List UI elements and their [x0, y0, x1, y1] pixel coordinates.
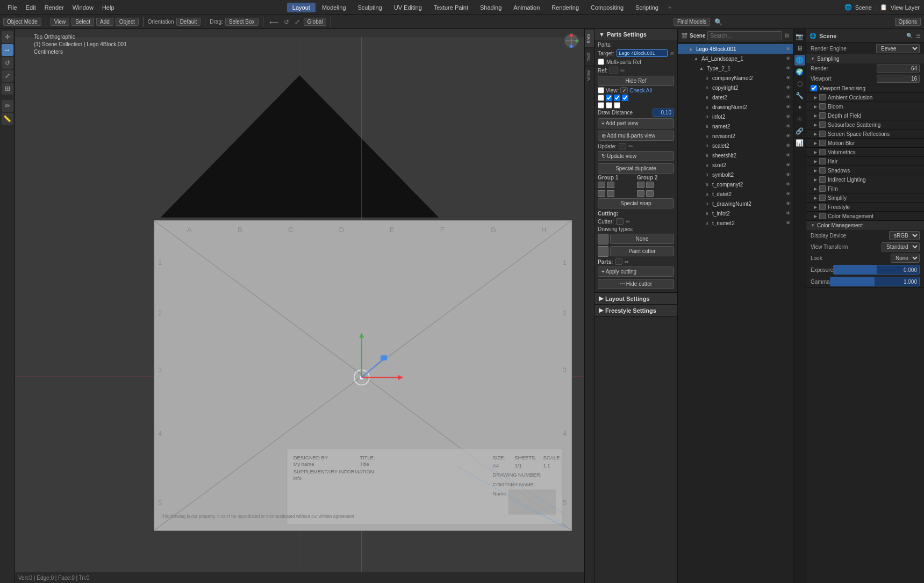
add-part-view-button[interactable]: + Add part view [598, 118, 674, 128]
orientation-select[interactable]: Default [176, 18, 201, 26]
tree-item-8[interactable]: a namet2 👁 [678, 121, 793, 131]
tree-item-17[interactable]: a t_infot2 👁 [678, 208, 793, 218]
tab-scripting[interactable]: Scripting [630, 3, 664, 12]
tree-item-1[interactable]: ▲ A4_Landscape_1 👁 [678, 54, 793, 63]
tab-layout[interactable]: Layout [287, 3, 316, 12]
tree-item-eye-14[interactable]: 👁 [786, 182, 791, 187]
section-item-8[interactable]: ▶ Shadows [806, 166, 924, 175]
g1-cb4[interactable] [607, 190, 614, 197]
update-color[interactable] [619, 143, 626, 149]
tree-item-eye-4[interactable]: 👁 [786, 85, 791, 90]
g1-cb3[interactable] [598, 190, 605, 197]
section-item-4[interactable]: ▶ Screen Space Reflections [806, 129, 924, 138]
tree-item-12[interactable]: a sizet2 👁 [678, 160, 793, 170]
window-menu[interactable]: Window [69, 3, 97, 12]
viewport-denoising-checkbox[interactable] [811, 85, 817, 91]
tree-item-eye-3[interactable]: 👁 [786, 75, 791, 81]
render-scene-icon[interactable]: 🌐 [794, 55, 805, 66]
tree-item-3[interactable]: a companyNamet2 👁 [678, 73, 793, 83]
tree-item-eye-16[interactable]: 👁 [786, 201, 791, 206]
section-item-9[interactable]: ▶ Indirect Lighting [806, 175, 924, 184]
section-check-4[interactable] [819, 131, 826, 137]
g2-cb3[interactable] [637, 190, 644, 197]
search-icon[interactable]: 🔍 [714, 18, 722, 26]
tab-modeling[interactable]: Modeling [317, 3, 352, 12]
check-all-label[interactable]: Check All [629, 88, 652, 93]
nav-orbit[interactable] [564, 33, 579, 48]
drawing-type-icon-1[interactable] [598, 234, 608, 244]
render-world-icon[interactable]: 🌍 [794, 67, 805, 77]
parts-color[interactable] [615, 258, 622, 265]
multi-parts-checkbox[interactable] [598, 59, 604, 65]
rotate-tool[interactable]: ↺ [2, 57, 13, 69]
tree-item-0[interactable]: ▲ Lego 4Block.001 👁 [678, 44, 793, 54]
tree-item-14[interactable]: a t_companyt2 👁 [678, 179, 793, 189]
section-item-6[interactable]: ▶ Volumetrics [806, 148, 924, 156]
tab-compositing[interactable]: Compositing [585, 3, 629, 12]
cb1[interactable] [598, 95, 604, 101]
move-tool[interactable]: ↔ [2, 44, 13, 56]
cb3[interactable] [614, 95, 620, 101]
object-menu[interactable]: Object [116, 18, 139, 26]
color-mgmt-header[interactable]: ▼ Color Management [806, 221, 924, 230]
section-item-5[interactable]: ▶ Motion Blur [806, 139, 924, 147]
section-check-12[interactable] [819, 204, 826, 210]
cb2[interactable] [606, 95, 612, 101]
paint-cutter-icon[interactable] [598, 246, 608, 257]
render-physics-icon[interactable]: ⚛ [794, 114, 805, 125]
cb6[interactable] [606, 102, 612, 109]
gamma-bar[interactable]: 1.000 [830, 277, 920, 286]
g1-cb1[interactable] [598, 182, 605, 188]
paint-cutter-button[interactable]: Paint cutter [610, 246, 674, 256]
render-modifier-icon[interactable]: 🔧 [794, 90, 805, 101]
tab-rendering[interactable]: Rendering [546, 3, 584, 12]
options-button[interactable]: Options [895, 18, 921, 26]
special-snap-button[interactable]: Special snap [598, 198, 674, 208]
render-samples-value[interactable]: 64 [877, 64, 920, 73]
rotate-icon[interactable]: ↺ [282, 18, 291, 26]
g2-cb4[interactable] [646, 190, 654, 197]
tree-item-eye-15[interactable]: 👁 [786, 191, 791, 197]
measure-tool[interactable]: 📏 [2, 113, 13, 125]
tab-shading[interactable]: Shading [475, 3, 507, 12]
find-models-button[interactable]: Find Models [674, 18, 710, 26]
help-menu[interactable]: Help [99, 3, 118, 12]
transform-tool[interactable]: ⊞ [2, 83, 13, 95]
exposure-bar[interactable]: 0.000 [833, 265, 920, 275]
add-menu[interactable]: Add [96, 18, 113, 26]
move-icon[interactable]: ⟵ [268, 18, 280, 26]
hide-ref-button[interactable]: Hide Ref [598, 76, 674, 86]
apply-cutting-button[interactable]: + Apply cutting [598, 267, 674, 277]
ref-color[interactable] [610, 67, 618, 74]
scale-tool[interactable]: ⤢ [2, 70, 13, 82]
tree-item-2[interactable]: ▲ Type_2_1 👁 [678, 63, 793, 73]
section-check-11[interactable] [819, 195, 826, 201]
render-camera-icon[interactable]: 📷 [794, 31, 805, 42]
view-menu[interactable]: View [51, 18, 70, 26]
render-object-icon[interactable]: ⬡ [794, 78, 805, 89]
add-workspace-button[interactable]: + [665, 3, 675, 12]
viewport[interactable]: Top Orthographic (1) Scene Collection | … [15, 29, 584, 583]
section-check-2[interactable] [819, 112, 826, 119]
scene-name[interactable]: Scene [855, 4, 872, 11]
special-duplicate-button[interactable]: Special duplicate [598, 163, 674, 174]
tab-item[interactable]: Item [585, 29, 594, 48]
view-check-icon[interactable]: ✓ [620, 87, 628, 93]
section-item-11[interactable]: ▶ Simplify [806, 193, 924, 202]
render-engine-select[interactable]: Eevee Cycles Workbench [876, 44, 920, 53]
render-constraints-icon[interactable]: 🔗 [794, 126, 805, 136]
tab-sculpting[interactable]: Sculpting [353, 3, 388, 12]
tree-item-eye-11[interactable]: 👁 [786, 153, 791, 158]
draw-distance-value[interactable]: 0.10 [653, 109, 674, 117]
tree-item-eye-6[interactable]: 👁 [786, 104, 791, 110]
viewport-canvas[interactable]: A B C D E F G H 1 2 3 4 5 1 2 3 4 5 [15, 29, 584, 583]
tab-view[interactable]: View [585, 66, 594, 85]
look-select[interactable]: None [891, 254, 920, 263]
tree-item-eye-17[interactable]: 👁 [786, 211, 791, 216]
section-item-0[interactable]: ▶ Ambient Occlusion [806, 93, 924, 102]
cursor-tool[interactable]: ✛ [2, 31, 13, 43]
cb5[interactable] [598, 102, 604, 109]
cutter-edit-icon[interactable]: ✏ [626, 219, 630, 225]
tree-item-6[interactable]: a drawingNumt2 👁 [678, 102, 793, 112]
tree-item-eye-13[interactable]: 👁 [786, 172, 791, 177]
